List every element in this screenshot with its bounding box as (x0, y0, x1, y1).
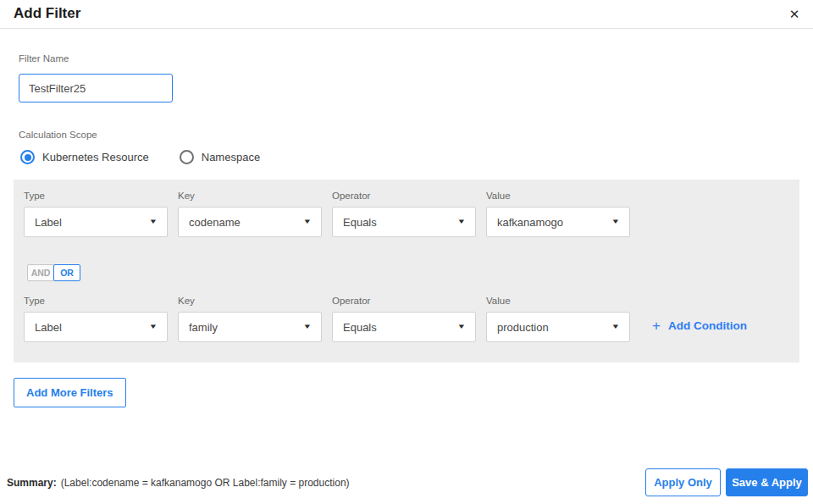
type-column-label: Type (24, 296, 45, 306)
plus-icon: + (652, 318, 661, 333)
conditions-panel: Type Key Operator Value Label ▼ codename… (14, 180, 799, 363)
or-toggle-button[interactable]: OR (53, 264, 80, 281)
and-toggle-button[interactable]: AND (27, 264, 54, 281)
type-dropdown[interactable]: Label ▼ (24, 207, 168, 237)
apply-only-button[interactable]: Apply Only (645, 468, 721, 496)
value-column-label: Value (486, 191, 511, 201)
dropdown-value: production (497, 321, 549, 334)
dialog-header: Add Filter ✕ (0, 0, 813, 29)
add-filter-dialog: Add Filter ✕ Filter Name Calculation Sco… (0, 0, 813, 504)
page-title: Add Filter (14, 5, 80, 22)
dropdown-caret-icon: ▼ (149, 219, 158, 225)
save-and-apply-button[interactable]: Save & Apply (726, 468, 808, 496)
value-dropdown[interactable]: production ▼ (486, 312, 630, 342)
value-dropdown[interactable]: kafkanamogo ▼ (486, 207, 630, 237)
radio-unselected-icon (180, 150, 194, 164)
calculation-scope-radios: Kubernetes Resource Namespace (20, 150, 260, 164)
operator-dropdown[interactable]: Equals ▼ (332, 207, 476, 237)
calculation-scope-label: Calculation Scope (19, 130, 97, 140)
filter-name-label: Filter Name (19, 53, 69, 64)
dropdown-value: Label (35, 321, 62, 334)
key-column-label: Key (178, 296, 195, 306)
add-condition-button[interactable]: + Add Condition (652, 318, 747, 333)
key-dropdown[interactable]: codename ▼ (178, 207, 322, 237)
dropdown-value: Label (35, 216, 62, 229)
dropdown-value: Equals (343, 216, 377, 229)
close-icon[interactable]: ✕ (784, 4, 805, 25)
dropdown-value: kafkanamogo (497, 216, 563, 229)
summary-label: Summary: (7, 477, 57, 489)
radio-label: Kubernetes Resource (42, 151, 149, 163)
dropdown-value: Equals (343, 321, 377, 334)
type-column-label: Type (24, 191, 45, 201)
key-dropdown[interactable]: family ▼ (178, 312, 322, 342)
key-column-label: Key (178, 191, 195, 201)
operator-dropdown[interactable]: Equals ▼ (332, 312, 476, 342)
radio-label: Namespace (202, 151, 260, 163)
radio-namespace[interactable]: Namespace (180, 150, 260, 164)
operator-column-label: Operator (332, 191, 370, 201)
value-column-label: Value (486, 296, 511, 306)
summary-text: (Label:codename = kafkanamogo OR Label:f… (61, 477, 350, 489)
dropdown-caret-icon: ▼ (457, 324, 467, 330)
operator-column-label: Operator (332, 296, 370, 306)
dropdown-value: family (189, 321, 218, 334)
dropdown-caret-icon: ▼ (149, 324, 158, 330)
dropdown-caret-icon: ▼ (611, 324, 621, 330)
add-condition-label: Add Condition (668, 319, 747, 332)
dropdown-caret-icon: ▼ (303, 324, 312, 330)
logic-toggle: AND OR (27, 264, 80, 281)
radio-selected-icon (20, 150, 35, 164)
add-more-filters-button[interactable]: Add More Filters (14, 378, 126, 407)
filter-name-input[interactable] (19, 74, 173, 102)
dropdown-caret-icon: ▼ (457, 219, 467, 225)
dropdown-caret-icon: ▼ (611, 219, 621, 225)
radio-kubernetes-resource[interactable]: Kubernetes Resource (20, 150, 149, 164)
dropdown-value: codename (189, 216, 241, 229)
summary: Summary:(Label:codename = kafkanamogo OR… (7, 477, 350, 489)
type-dropdown[interactable]: Label ▼ (24, 312, 168, 342)
dropdown-caret-icon: ▼ (303, 219, 312, 225)
